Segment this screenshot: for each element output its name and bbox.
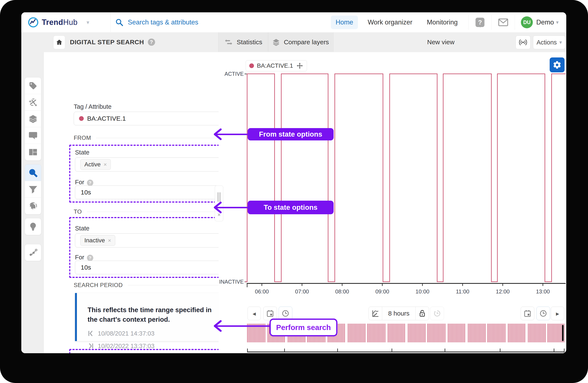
start-time-button[interactable] — [279, 306, 292, 320]
search-period-note: This reflects the time range specified i… — [87, 305, 220, 325]
arrow-left-icon — [213, 320, 222, 332]
messages-button[interactable] — [498, 17, 509, 28]
overview-axis — [247, 351, 565, 352]
from-for-label: For? — [75, 179, 93, 186]
help-icon[interactable]: ? — [87, 180, 93, 186]
sidebar-context-button[interactable] — [25, 244, 41, 261]
chart-type-button[interactable] — [369, 307, 382, 320]
sidebar-filter-button[interactable] — [25, 181, 41, 198]
divider — [468, 15, 468, 30]
search-button-highlight — [69, 349, 235, 353]
nav-item-work-organizer[interactable]: Work organizer — [363, 16, 417, 29]
formula-icon — [29, 98, 38, 107]
fingerprint-icon — [29, 202, 38, 211]
start-calendar-button[interactable] — [263, 306, 277, 320]
broadcast-icon — [519, 39, 527, 46]
chevron-down-icon[interactable]: ▾ — [86, 19, 89, 25]
end-calendar-button[interactable] — [521, 306, 534, 320]
sidebar-search-button[interactable] — [25, 164, 41, 181]
to-state-callout: To state options — [248, 201, 334, 214]
live-mode-button[interactable] — [516, 36, 530, 49]
remove-chip-icon[interactable]: × — [104, 161, 107, 168]
duration-display[interactable]: 8 hours — [382, 307, 416, 320]
remove-chip-icon[interactable]: × — [108, 237, 111, 244]
lock-duration-button[interactable] — [416, 307, 429, 320]
actions-label: Actions — [536, 39, 557, 46]
digital-step-search-panel: Tag / Attribute BA:ACTIVE.1 ▾ FROM State… — [44, 52, 219, 353]
to-state-select[interactable]: Inactive× ▾ — [75, 233, 228, 248]
move-icon[interactable] — [296, 62, 303, 69]
home-button[interactable] — [53, 36, 65, 49]
history-icon — [433, 309, 441, 317]
period-start-icon — [87, 330, 94, 337]
app-logo[interactable]: TrendHub ▾ — [28, 12, 89, 32]
x-axis-tick-label: 09:00 — [375, 288, 389, 295]
to-state-label: State — [75, 225, 89, 232]
digital-step-chart[interactable] — [243, 72, 566, 308]
chevron-down-icon: ▾ — [559, 39, 562, 45]
period-end-icon — [87, 343, 94, 349]
user-name: Demo — [536, 19, 554, 26]
layers-icon — [29, 115, 38, 123]
period-start-value: 10/08/2021 14:37:03 — [98, 330, 154, 337]
help-icon[interactable]: ? — [148, 38, 155, 46]
mail-icon — [498, 18, 508, 27]
from-state-select[interactable]: Active× ▾ — [75, 157, 228, 172]
from-for-input[interactable]: 10s — [75, 186, 228, 199]
rail-group — [25, 164, 41, 214]
actions-button[interactable]: Actions ▾ — [533, 36, 566, 49]
overview-month-tick — [445, 348, 445, 352]
legend-label: BA:ACTIVE.1 — [257, 62, 293, 69]
duration-control: 8 hours — [369, 306, 429, 320]
overview-month-tick — [554, 348, 554, 352]
search-icon — [28, 168, 38, 177]
state-chip[interactable]: Inactive× — [80, 235, 115, 246]
sidebar-tag-button[interactable] — [25, 77, 41, 94]
rail-group — [25, 77, 41, 161]
sidebar-bulb-button[interactable] — [25, 218, 41, 235]
arrow-left-icon — [213, 128, 222, 140]
view-name[interactable]: New view — [427, 32, 454, 52]
sidebar-dashboard-button[interactable] — [25, 144, 41, 160]
app-window: TrendHub ▾ Search tags & attributes Home… — [21, 12, 566, 353]
overview-month-tick — [392, 348, 392, 352]
legend-chip[interactable]: BA:ACTIVE.1 — [246, 60, 307, 71]
divider — [491, 15, 492, 30]
nav-item-monitoring[interactable]: Monitoring — [422, 16, 462, 29]
avatar[interactable]: DU — [521, 16, 533, 28]
view-toolbar: DIGITAL STEP SEARCH ? Statistics Compare… — [21, 32, 566, 52]
search-callout-arrow — [216, 325, 271, 327]
to-section-header: TO — [74, 209, 233, 215]
band-right-handle[interactable] — [562, 325, 564, 341]
to-for-input[interactable]: 10s — [75, 261, 228, 274]
chevron-down-icon[interactable]: ▾ — [556, 19, 559, 25]
home-icon — [56, 39, 63, 46]
tab-statistics[interactable]: Statistics — [219, 32, 268, 52]
search-input[interactable]: Search tags & attributes — [128, 19, 198, 26]
pan-right-button[interactable]: ▸ — [551, 306, 564, 320]
clock-icon — [282, 310, 289, 317]
nav-item-home[interactable]: Home — [331, 16, 358, 29]
pan-left-button[interactable]: ◂ — [248, 306, 261, 320]
state-chip[interactable]: Active× — [80, 159, 111, 170]
overview-axis-end-tick — [564, 348, 565, 352]
sidebar-comment-button[interactable] — [25, 127, 41, 144]
clock-icon — [539, 310, 547, 317]
calendar-icon — [266, 310, 274, 317]
chart-settings-button[interactable] — [550, 57, 565, 72]
history-back-button — [430, 306, 444, 320]
global-search[interactable]: Search tags & attributes — [115, 12, 198, 32]
help-icon[interactable]: ? — [87, 255, 93, 261]
sidebar-layers-button[interactable] — [25, 111, 41, 127]
end-time-button[interactable] — [536, 306, 550, 320]
tag-attribute-select[interactable]: BA:ACTIVE.1 ▾ — [74, 112, 233, 125]
tag-attribute-value: BA:ACTIVE.1 — [87, 115, 126, 122]
rail-group — [25, 218, 41, 235]
tab-compare-layers[interactable]: Compare layers — [268, 32, 333, 52]
sidebar-formula-button[interactable] — [25, 94, 41, 111]
tab-label: Compare layers — [284, 38, 329, 46]
sidebar-fingerprint-button[interactable] — [25, 198, 41, 214]
from-section-header: FROM — [74, 135, 233, 141]
from-state-label: State — [75, 149, 89, 156]
help-button[interactable]: ? — [474, 17, 485, 28]
